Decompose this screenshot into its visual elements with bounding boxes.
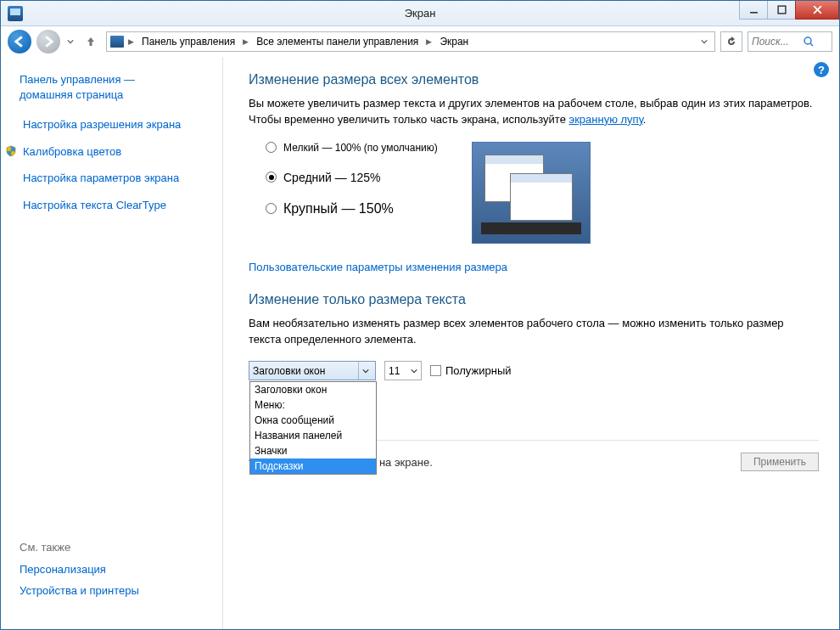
dropdown-option[interactable]: Значки — [250, 443, 376, 458]
back-button[interactable] — [8, 30, 31, 53]
size-radio-option[interactable]: Мелкий — 100% (по умолчанию) — [266, 142, 438, 154]
dropdown-option[interactable]: Окна сообщений — [250, 413, 376, 428]
preview-image — [472, 142, 591, 244]
dropdown-option[interactable]: Названия панелей — [250, 428, 376, 443]
address-dropdown[interactable] — [697, 38, 711, 45]
section-description: Вы можете увеличить размер текста и друг… — [249, 96, 819, 128]
section-title: Изменение размера всех элементов — [249, 72, 819, 87]
help-icon[interactable]: ? — [814, 62, 829, 77]
radio-button — [266, 172, 277, 183]
location-icon — [110, 36, 124, 48]
address-bar[interactable]: ▶ Панель управления ▶ Все элементы панел… — [106, 31, 715, 52]
checkbox-box — [430, 365, 441, 376]
dropdown-option[interactable]: Заголовки окон — [250, 382, 376, 397]
radio-label: Крупный — 150% — [283, 201, 394, 217]
radio-button — [266, 142, 277, 153]
navigation-bar: ▶ Панель управления ▶ Все элементы панел… — [1, 26, 839, 57]
sidebar-link[interactable]: Калибровка цветов — [23, 144, 121, 160]
search-input[interactable] — [752, 36, 803, 48]
svg-rect-1 — [778, 6, 786, 14]
sidebar-footer-header: См. также — [20, 541, 214, 554]
element-type-dropdown: Заголовки оконМеню:Окна сообщенийНазвани… — [249, 381, 377, 475]
breadcrumb-segment[interactable]: Все элементы панели управления — [253, 34, 422, 49]
breadcrumb-segment[interactable]: Панель управления — [138, 34, 238, 49]
section-title: Изменение только размера текста — [249, 292, 819, 307]
radio-label: Средний — 125% — [283, 171, 381, 184]
sidebar-link[interactable]: Настройка текста ClearType — [23, 198, 166, 213]
combo-value: 11 — [389, 365, 400, 377]
chevron-down-icon — [411, 365, 417, 377]
font-size-combo[interactable]: 11 — [384, 361, 422, 380]
app-icon — [8, 6, 23, 21]
radio-label: Мелкий — 100% (по умолчанию) — [283, 142, 438, 154]
custom-size-link[interactable]: Пользовательские параметры изменения раз… — [249, 261, 507, 273]
nav-history-menu[interactable] — [65, 38, 76, 45]
chevron-right-icon: ▶ — [241, 37, 250, 46]
sidebar-footer-link[interactable]: Устройства и принтеры — [20, 583, 214, 599]
search-box[interactable] — [748, 31, 832, 52]
up-button[interactable] — [81, 31, 101, 52]
bold-checkbox[interactable]: Полужирный — [430, 364, 512, 377]
content-area: ? Изменение размера всех элементов Вы мо… — [223, 57, 839, 629]
sidebar-link[interactable]: Настройка разрешения экрана — [23, 117, 181, 132]
size-radio-option[interactable]: Крупный — 150% — [266, 201, 438, 217]
minimize-button[interactable] — [739, 1, 768, 20]
checkbox-label: Полужирный — [445, 364, 512, 377]
dropdown-option[interactable]: Подсказки — [250, 458, 376, 474]
breadcrumb-segment[interactable]: Экран — [436, 34, 472, 49]
radio-button — [266, 203, 277, 214]
sidebar-footer-link[interactable]: Персонализация — [20, 562, 214, 577]
forward-button[interactable] — [36, 30, 60, 53]
maximize-button[interactable] — [767, 1, 796, 20]
chevron-right-icon: ▶ — [424, 37, 434, 46]
magnifier-link[interactable]: экранную лупу — [569, 113, 643, 126]
dropdown-option[interactable]: Меню: — [250, 397, 376, 413]
refresh-button[interactable] — [720, 31, 742, 52]
size-radio-option[interactable]: Средний — 125% — [266, 171, 438, 184]
chevron-right-icon: ▶ — [126, 37, 136, 46]
sidebar-home-link[interactable]: Панель управления —домашняя страница — [20, 72, 214, 102]
shield-icon — [4, 144, 18, 158]
chevron-down-icon — [358, 362, 372, 380]
window-title: Экран — [405, 7, 436, 20]
close-button[interactable] — [795, 1, 839, 20]
sidebar-link[interactable]: Настройка параметров экрана — [23, 171, 179, 186]
element-type-combo[interactable]: Заголовки окон Заголовки оконМеню:Окна с… — [249, 361, 376, 380]
svg-point-4 — [804, 37, 811, 44]
section-description: Вам необязательно изменять размер всех э… — [249, 316, 819, 348]
titlebar: Экран — [1, 1, 839, 26]
sidebar: Панель управления —домашняя страница Нас… — [1, 57, 223, 629]
apply-button[interactable]: Применить — [741, 453, 819, 471]
svg-line-5 — [810, 43, 813, 46]
combo-value: Заголовки окон — [253, 365, 325, 377]
search-icon — [803, 36, 815, 48]
